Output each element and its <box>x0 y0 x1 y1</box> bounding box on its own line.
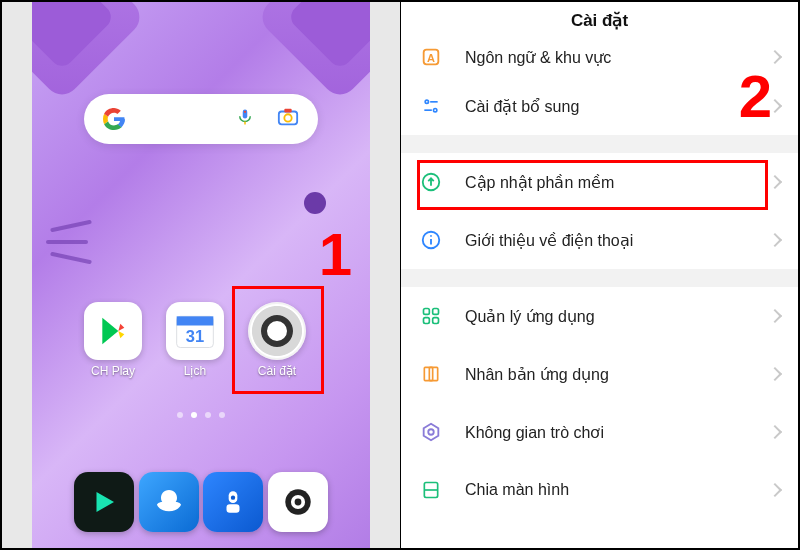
page-indicator <box>32 412 370 418</box>
row-label: Giới thiệu về điện thoại <box>465 231 770 250</box>
wallpaper-cat-ear <box>255 2 370 102</box>
app-label: CH Play <box>73 364 153 378</box>
svg-rect-26 <box>424 309 430 315</box>
step-number-1: 1 <box>319 220 352 289</box>
svg-point-2 <box>244 111 246 113</box>
step-number-2: 2 <box>739 62 772 131</box>
dock-app-2[interactable] <box>139 472 199 532</box>
mic-icon[interactable] <box>236 106 254 132</box>
svg-point-4 <box>284 114 291 121</box>
svg-rect-5 <box>284 109 291 113</box>
dock-app-camera[interactable] <box>268 472 328 532</box>
svg-marker-32 <box>424 424 439 441</box>
tutorial-highlight-2 <box>417 160 768 210</box>
dock-app-3[interactable] <box>203 472 263 532</box>
row-label: Chia màn hình <box>465 481 770 499</box>
wallpaper-cat-ear <box>32 2 147 102</box>
chevron-right-icon <box>768 425 782 439</box>
game-icon <box>419 420 443 444</box>
settings-row-app-manage[interactable]: Quản lý ứng dụng <box>401 287 798 345</box>
svg-text:A: A <box>427 52 435 64</box>
language-icon: A <box>419 45 443 69</box>
info-icon <box>419 228 443 252</box>
tutorial-highlight-1 <box>232 286 324 394</box>
google-search-bar[interactable] <box>84 94 318 144</box>
settings-row-game-space[interactable]: Không gian trò chơi <box>401 403 798 461</box>
svg-point-15 <box>295 499 302 506</box>
app-calendar[interactable]: 31 <box>166 302 224 360</box>
svg-point-25 <box>430 235 432 237</box>
svg-rect-28 <box>424 318 430 324</box>
svg-rect-27 <box>433 309 439 315</box>
svg-point-20 <box>434 109 437 112</box>
svg-rect-7 <box>177 316 214 325</box>
chevron-right-icon <box>768 483 782 497</box>
split-screen-icon <box>419 478 443 502</box>
camera-icon[interactable] <box>276 106 300 132</box>
dock-app-1[interactable] <box>74 472 134 532</box>
row-label: Không gian trò chơi <box>465 423 770 442</box>
svg-point-18 <box>425 100 428 103</box>
home-screen: CH Play 31 Lịch Cài đặt <box>2 2 400 548</box>
svg-rect-29 <box>433 318 439 324</box>
settings-row-about-phone[interactable]: Giới thiệu về điện thoại <box>401 211 798 269</box>
settings-row-app-clone[interactable]: Nhân bản ứng dụng <box>401 345 798 403</box>
chevron-right-icon <box>768 367 782 381</box>
apps-grid-icon <box>419 304 443 328</box>
page-title: Cài đặt <box>401 2 798 37</box>
settings-row-split-screen[interactable]: Chia màn hình <box>401 461 798 519</box>
svg-point-11 <box>231 496 235 500</box>
sliders-icon <box>419 94 443 118</box>
google-logo-icon <box>102 107 126 131</box>
app-ch-play[interactable] <box>84 302 142 360</box>
svg-point-33 <box>428 429 434 435</box>
row-label: Ngôn ngữ & khu vực <box>465 48 770 67</box>
svg-rect-12 <box>227 504 240 513</box>
chevron-right-icon <box>768 233 782 247</box>
row-label: Nhân bản ứng dụng <box>465 365 770 384</box>
svg-marker-9 <box>97 492 115 512</box>
app-label: Lịch <box>155 364 235 378</box>
row-label: Quản lý ứng dụng <box>465 307 770 326</box>
dock <box>74 464 328 540</box>
svg-text:31: 31 <box>186 327 204 345</box>
row-label: Cài đặt bổ sung <box>465 97 770 116</box>
chevron-right-icon <box>768 175 782 189</box>
chevron-right-icon <box>768 309 782 323</box>
settings-screen: Cài đặt A Ngôn ngữ & khu vực Cài đặt bổ … <box>400 2 798 548</box>
clone-icon <box>419 362 443 386</box>
